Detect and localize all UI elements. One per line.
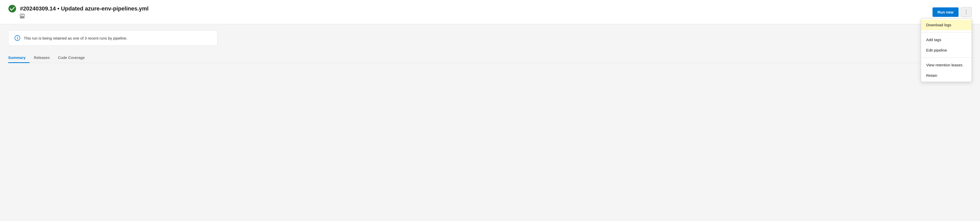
info-icon — [14, 35, 20, 41]
tab-code-coverage[interactable]: Code Coverage — [54, 53, 89, 63]
svg-point-9 — [17, 37, 18, 37]
header-right: Run new ⋮ — [932, 7, 972, 17]
dropdown-item-view-retention-leases[interactable]: View retention leases — [921, 60, 972, 70]
header-bar: #20240309.14 • Updated azure-env-pipelin… — [0, 0, 980, 24]
dropdown-item-retain[interactable]: Retain — [921, 70, 972, 81]
tab-releases[interactable]: Releases — [30, 53, 54, 63]
run-id: #20240309.14 — [20, 5, 56, 12]
page-container: #20240309.14 • Updated azure-env-pipelin… — [0, 0, 980, 221]
dropdown-divider-2 — [921, 57, 972, 58]
dropdown-item-download-logs[interactable]: Download logs — [921, 20, 972, 30]
pipeline-subtitle-row — [8, 14, 24, 19]
agent-icon — [20, 14, 24, 19]
server-icon — [20, 14, 24, 18]
svg-point-3 — [23, 17, 24, 18]
more-options-button[interactable]: ⋮ — [961, 7, 972, 17]
tabs-row: Summary Releases Code Coverage — [8, 53, 972, 63]
svg-rect-1 — [20, 14, 24, 17]
dropdown-group-1: Download logs — [921, 19, 972, 31]
commit-message: Updated azure-env-pipelines.yml — [61, 5, 149, 12]
dropdown-item-add-tags[interactable]: Add tags — [921, 35, 972, 45]
main-content: This run is being retained as one of 3 r… — [0, 24, 980, 69]
header-left: #20240309.14 • Updated azure-env-pipelin… — [8, 5, 148, 19]
run-new-button[interactable]: Run new — [932, 7, 959, 17]
info-banner: This run is being retained as one of 3 r… — [8, 30, 218, 46]
success-icon — [8, 5, 16, 13]
header-title-row: #20240309.14 • Updated azure-env-pipelin… — [8, 5, 148, 13]
svg-point-0 — [8, 5, 16, 13]
separator: • — [57, 5, 61, 12]
dropdown-menu: Download logs Add tags Edit pipeline Vie… — [921, 18, 972, 82]
dropdown-group-2: Add tags Edit pipeline — [921, 33, 972, 56]
pipeline-title: #20240309.14 • Updated azure-env-pipelin… — [20, 5, 148, 12]
info-banner-text: This run is being retained as one of 3 r… — [24, 36, 127, 40]
dropdown-item-edit-pipeline[interactable]: Edit pipeline — [921, 45, 972, 56]
tab-summary[interactable]: Summary — [8, 53, 30, 63]
dropdown-group-3: View retention leases Retain — [921, 59, 972, 82]
